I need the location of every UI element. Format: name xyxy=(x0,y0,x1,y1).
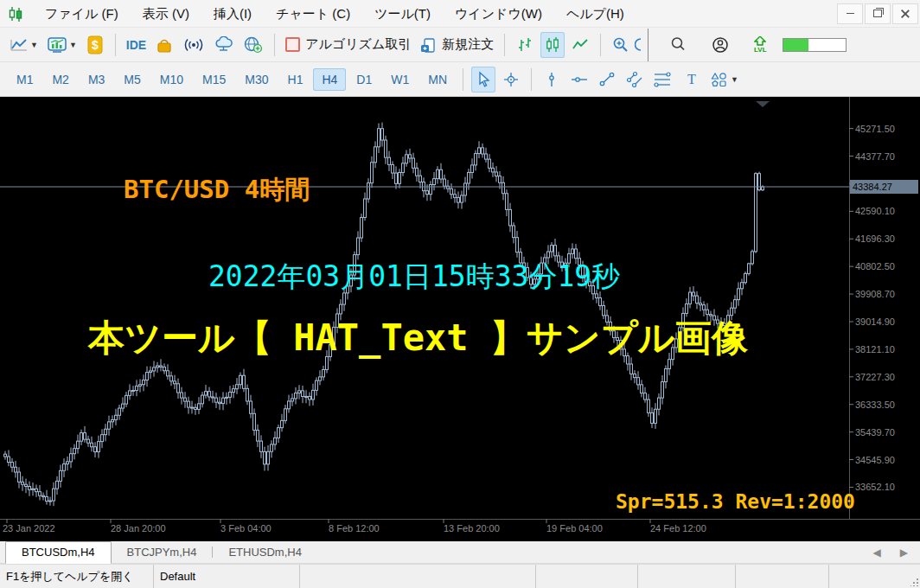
channel-tool-button[interactable] xyxy=(623,67,647,93)
pane-separator xyxy=(648,29,648,61)
menu-item[interactable]: ツール(T) xyxy=(362,0,443,28)
status-cell xyxy=(829,565,920,588)
vps-button[interactable] xyxy=(211,32,237,58)
algo-trading-icon xyxy=(285,37,300,52)
zoom-out-icon[interactable] xyxy=(635,36,642,54)
status-help-text: F1を押してヘルプを開く xyxy=(0,565,154,588)
market-button[interactable] xyxy=(152,32,176,58)
restore-button[interactable] xyxy=(865,3,891,24)
profile-button[interactable] xyxy=(708,32,732,58)
metaeditor-button[interactable]: IDE xyxy=(124,32,149,58)
main-toolbar: ▼ ▼ $ IDE xyxy=(0,28,920,62)
search-button[interactable] xyxy=(667,32,691,58)
close-icon xyxy=(901,10,910,18)
channel-icon xyxy=(625,71,644,88)
text-icon: T xyxy=(684,71,700,88)
crosshair-icon xyxy=(502,71,520,88)
line-mode-icon xyxy=(572,37,589,53)
search-icon xyxy=(670,36,687,54)
chart-tab[interactable]: ETHUSDm,H4 xyxy=(213,542,317,563)
timeframe-m10[interactable]: M10 xyxy=(151,68,192,91)
fibonacci-tool-button[interactable] xyxy=(650,67,676,93)
status-bar: F1を押してヘルプを開く Default xyxy=(0,564,920,588)
zoom-in-button[interactable] xyxy=(609,32,633,58)
timeframe-m5[interactable]: M5 xyxy=(115,68,149,91)
toolbar-separator xyxy=(504,34,505,56)
lvl-button[interactable]: LVL xyxy=(748,32,772,58)
line-chart-mode-button[interactable] xyxy=(568,32,592,58)
timeframe-w1[interactable]: W1 xyxy=(382,68,418,91)
cloud-icon xyxy=(214,36,234,54)
menu-item[interactable]: 表示 (V) xyxy=(131,0,201,28)
cursor-icon xyxy=(475,71,492,88)
menu-item[interactable]: チャート (C) xyxy=(264,0,362,28)
toolbar-separator xyxy=(274,34,275,56)
algo-trading-label: アルゴリズム取引 xyxy=(305,36,411,53)
timeframe-mn[interactable]: MN xyxy=(419,68,456,91)
vertical-line-tool-button[interactable] xyxy=(540,67,564,93)
shapes-tool-button[interactable]: ▼ xyxy=(707,67,741,93)
timeframe-h4[interactable]: H4 xyxy=(313,68,346,91)
text-tool-button[interactable]: T xyxy=(680,67,704,93)
next-chart-tab-button[interactable]: ▶ xyxy=(900,546,908,559)
restore-icon xyxy=(873,10,882,17)
horizontal-line-icon xyxy=(570,71,589,88)
candlestick-mode-button[interactable] xyxy=(540,32,565,58)
timeframe-m15[interactable]: M15 xyxy=(194,68,234,91)
new-order-icon xyxy=(419,36,437,54)
status-cell xyxy=(638,565,736,588)
svg-text:T: T xyxy=(687,72,696,86)
current-price-badge: 43384.27 xyxy=(850,180,918,194)
chart-profile-button[interactable]: ▼ xyxy=(44,32,80,58)
community-button[interactable] xyxy=(240,32,266,58)
menu-item[interactable]: ヘルプ(H) xyxy=(554,0,636,28)
timeframe-m3[interactable]: M3 xyxy=(80,68,113,91)
bar-chart-mode-button[interactable] xyxy=(513,32,537,58)
chart-area[interactable]: BTC/USD 4時間 2022年03月01日15時33分19秒 本ツール【 H… xyxy=(0,97,920,541)
toolbar-separator xyxy=(115,34,116,56)
minimize-button[interactable] xyxy=(837,3,863,24)
fibonacci-icon xyxy=(653,71,674,88)
chart-tab[interactable]: BTCJPYm,H4 xyxy=(112,542,213,563)
lvl-label: LVL xyxy=(754,47,767,54)
toolbar-separator xyxy=(463,68,463,91)
community-globe-icon xyxy=(243,35,264,54)
menu-item[interactable]: 挿入(I) xyxy=(201,0,264,28)
level-up-arrow-icon xyxy=(754,36,766,46)
timeframe-m1[interactable]: M1 xyxy=(8,68,42,91)
status-cell xyxy=(536,565,638,588)
dollar-icon: $ xyxy=(87,35,103,54)
timeframe-d1[interactable]: D1 xyxy=(348,68,380,91)
crosshair-tool-button[interactable] xyxy=(499,67,523,93)
new-order-button[interactable]: 新規注文 xyxy=(417,32,496,58)
shapes-icon xyxy=(710,71,729,88)
market-watch-button[interactable]: $ xyxy=(83,32,107,58)
zoom-in-icon xyxy=(612,36,629,54)
menu-item[interactable]: ファイル (F) xyxy=(33,0,131,28)
trendline-tool-button[interactable] xyxy=(595,67,619,93)
ohlc-bars-icon xyxy=(516,36,533,54)
svg-text:$: $ xyxy=(92,38,99,52)
algo-trading-button[interactable]: アルゴリズム取引 xyxy=(283,32,413,58)
resize-grip[interactable] xyxy=(910,578,918,586)
chart-tab[interactable]: BTCUSDm,H4 xyxy=(5,541,112,564)
user-icon xyxy=(712,36,729,54)
prev-chart-tab-button[interactable]: ◀ xyxy=(873,546,881,559)
cursor-tool-button[interactable] xyxy=(471,67,495,93)
minimize-icon xyxy=(847,13,854,14)
timeframe-m30[interactable]: M30 xyxy=(236,68,277,91)
new-order-label: 新規注文 xyxy=(442,36,494,53)
vertical-line-icon xyxy=(544,71,559,88)
close-button[interactable] xyxy=(892,3,918,24)
signals-button[interactable] xyxy=(180,32,208,58)
chart-type-button[interactable]: ▼ xyxy=(7,32,41,58)
price-chart-canvas[interactable] xyxy=(0,97,920,541)
horizontal-line-tool-button[interactable] xyxy=(567,67,591,93)
status-profile: Default xyxy=(154,565,300,588)
menu-item[interactable]: ウインドウ(W) xyxy=(443,0,554,28)
chevron-down-icon: ▼ xyxy=(30,41,38,49)
timeframe-h1[interactable]: H1 xyxy=(279,68,312,91)
timeframe-m2[interactable]: M2 xyxy=(43,68,77,91)
chevron-down-icon: ▼ xyxy=(69,41,77,49)
chart-tab-bar: BTCUSDm,H4BTCJPYm,H4ETHUSDm,H4 ◀ ▶ xyxy=(0,541,920,564)
